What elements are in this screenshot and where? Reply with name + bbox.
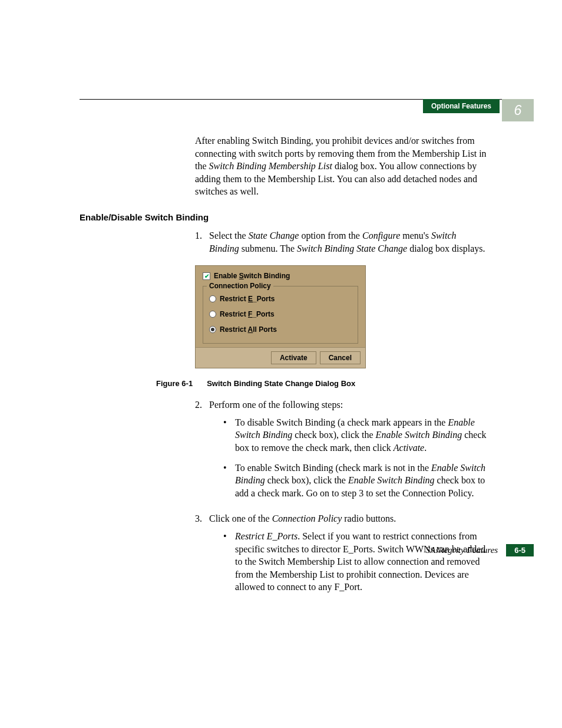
connection-policy-fieldset: Connection Policy Restrict E_Ports Restr… (203, 286, 358, 344)
checkbox-label: Enable Switch Binding (214, 272, 290, 280)
radio-icon (209, 295, 216, 302)
step-2: 2. Perform one of the following steps: •… (195, 398, 487, 506)
t: State Change (249, 230, 299, 241)
footer-rule (194, 541, 534, 542)
footer-title: SANtegrity Features (426, 545, 498, 555)
t: _Ports (252, 310, 274, 318)
footer-page-number: 6-5 (506, 544, 534, 556)
t: submenu. The (239, 243, 297, 253)
activate-button[interactable]: Activate (271, 351, 316, 364)
intro-paragraph: After enabling Switch Binding, you prohi… (195, 134, 487, 198)
radio-icon (209, 311, 216, 318)
t: dialog box displays. (407, 243, 485, 253)
checkbox-icon: ✔ (203, 272, 210, 280)
t: . (424, 443, 427, 453)
figure-label: Figure 6-1 (156, 379, 193, 388)
dialog-switch-binding: ✔ Enable Switch Binding Connection Polic… (195, 265, 366, 368)
radio-label: Restrict E_Ports (220, 295, 275, 303)
radio-restrict-all-ports[interactable]: Restrict All Ports (209, 322, 352, 337)
figure-title: Switch Binding State Change Dialog Box (207, 379, 355, 388)
t: option from the (299, 230, 362, 241)
intro-italic: Switch Binding Membership List (209, 161, 332, 171)
figure-caption: Figure 6-1 Switch Binding State Change D… (80, 379, 534, 388)
page-root: Optional Features 6 After enabling Switc… (0, 0, 562, 601)
t: Restrict (220, 310, 248, 318)
t: Select the (209, 230, 249, 241)
bullet-restrict-eports: • Restrict E_Ports. Select if you want t… (223, 530, 487, 594)
bullet-body: Restrict E_Ports. Select if you want to … (235, 530, 487, 594)
bullet-body: To disable Switch Binding (a check mark … (235, 416, 487, 454)
t: check box), click the (265, 475, 348, 485)
bullet-icon: • (223, 416, 235, 454)
t: To disable Switch Binding (a check mark … (235, 417, 448, 427)
fieldset-legend: Connection Policy (207, 282, 273, 290)
step-1-num: 1. (195, 229, 209, 255)
radio-label: Restrict All Ports (220, 325, 277, 334)
radio-restrict-e-ports[interactable]: Restrict E_Ports (209, 291, 352, 307)
t: menu's (400, 230, 431, 241)
t: ll Ports (253, 325, 277, 334)
step-3-num: 3. (195, 512, 209, 601)
bullet-icon: • (223, 462, 235, 500)
step-3-bullets: • Restrict E_Ports. Select if you want t… (223, 530, 487, 594)
step-3-body: Click one of the Connection Policy radio… (209, 512, 487, 601)
t: witch Binding (244, 272, 290, 280)
t: Connection Policy (272, 513, 342, 523)
t: Enable Switch Binding (348, 475, 435, 485)
radio-label: Restrict F_Ports (220, 310, 275, 318)
t: Configure (362, 230, 400, 241)
bullet-body: To enable Switch Binding (check mark is … (235, 462, 487, 500)
dialog-button-row: Activate Cancel (196, 347, 365, 368)
footer: SANtegrity Features 6-5 (426, 544, 534, 556)
t: Enable (214, 272, 239, 280)
step-1: 1. Select the State Change option from t… (195, 229, 487, 255)
radio-restrict-f-ports[interactable]: Restrict F_Ports (209, 307, 352, 322)
t: Switch Binding State Change (297, 243, 407, 253)
radio-icon-selected (209, 326, 216, 333)
content-area: After enabling Switch Binding, you prohi… (80, 134, 534, 601)
t: _Ports (253, 295, 275, 303)
step-list: 1. Select the State Change option from t… (195, 229, 487, 255)
header-tab: Optional Features (423, 99, 500, 113)
t: check box), click the (292, 430, 375, 440)
t: Click one of the (209, 513, 272, 523)
bullet-disable: • To disable Switch Binding (a check mar… (223, 416, 487, 454)
step-3: 3. Click one of the Connection Policy ra… (195, 512, 487, 601)
t: Restrict E_Ports (235, 531, 297, 541)
cancel-button[interactable]: Cancel (320, 351, 361, 364)
chapter-number-box: 6 (502, 99, 534, 121)
t: Enable Switch Binding (376, 430, 462, 440)
t: Restrict (220, 295, 248, 303)
step-list-2: 2. Perform one of the following steps: •… (195, 398, 487, 601)
step-2-num: 2. (195, 398, 209, 506)
step-1-body: Select the State Change option from the … (209, 229, 487, 255)
t: Restrict (220, 325, 248, 334)
t: E (248, 295, 253, 303)
t: S (239, 272, 244, 280)
dialog-body: ✔ Enable Switch Binding Connection Polic… (196, 266, 365, 347)
step-2-bullets: • To disable Switch Binding (a check mar… (223, 416, 487, 500)
t: A (248, 325, 253, 334)
section-heading: Enable/Disable Switch Binding (80, 212, 534, 222)
bullet-enable: • To enable Switch Binding (check mark i… (223, 462, 487, 500)
bullet-icon: • (223, 530, 235, 594)
step-2-body: Perform one of the following steps: • To… (209, 398, 487, 506)
t: To enable Switch Binding (check mark is … (235, 463, 431, 473)
t: Activate (394, 443, 424, 453)
t: Perform one of the following steps: (209, 400, 343, 410)
t: radio buttons. (342, 513, 396, 523)
enable-switch-binding-checkbox[interactable]: ✔ Enable Switch Binding (203, 272, 358, 280)
